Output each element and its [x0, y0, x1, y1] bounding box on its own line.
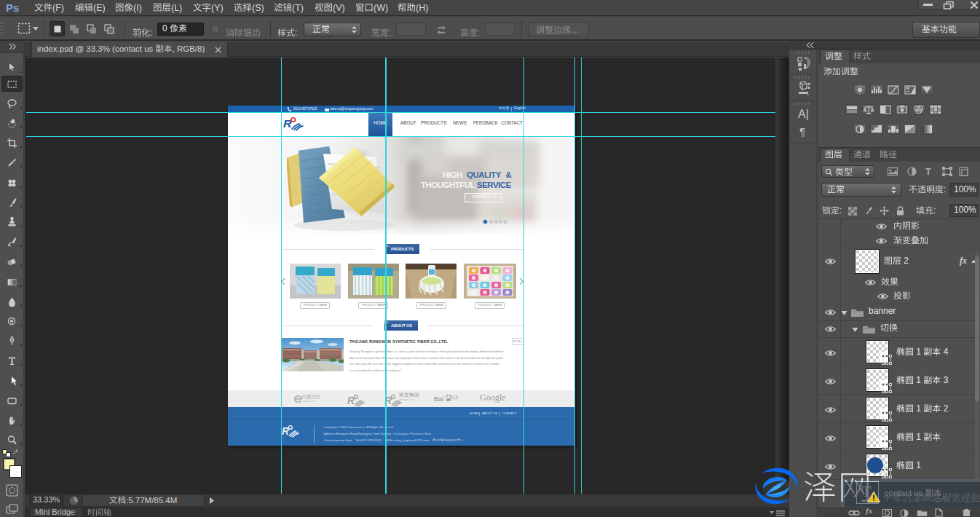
svg-text:PRODUCTS: PRODUCTS — [391, 246, 414, 250]
svg-text:US: US — [406, 323, 412, 327]
svg-text:Taicang: Taicang — [349, 350, 360, 353]
svg-text:Town,Taicang: Town,Taicang — [373, 432, 392, 435]
svg-text:Contact: Contact — [324, 438, 335, 442]
svg-text:developing: developing — [465, 350, 480, 353]
svg-text:NAME: NAME — [377, 303, 386, 307]
svg-text:US: US — [494, 411, 498, 415]
svg-text:3: 3 — [944, 375, 949, 385]
svg-text:(T): (T) — [292, 3, 304, 13]
svg-text:ltd: ltd — [399, 350, 403, 353]
svg-text:are: are — [438, 362, 443, 366]
svg-text:1: 1 — [916, 403, 921, 414]
svg-text:on: on — [453, 362, 457, 366]
svg-text:1: 1 — [916, 460, 921, 470]
svg-text:Alibaba.com.cn: Alibaba.com.cn — [303, 400, 316, 403]
svg-text:(W): (W) — [374, 3, 388, 13]
svg-text:&: & — [505, 170, 511, 179]
svg-text:prod-: prod- — [497, 355, 504, 359]
svg-text:year.We: year.We — [361, 362, 373, 366]
svg-text:PRODUCTS: PRODUCTS — [421, 120, 446, 125]
svg-text:ABOUT: ABOUT — [482, 411, 493, 415]
svg-text:QUALITY: QUALITY — [467, 170, 502, 179]
svg-text::: : — [389, 28, 391, 38]
svg-text:2: 2 — [944, 403, 949, 414]
svg-text:functional: functional — [362, 355, 375, 359]
svg-text:@: @ — [75, 44, 84, 53]
svg-text:(Y): (Y) — [211, 3, 224, 13]
svg-text:ICP: ICP — [435, 438, 440, 442]
svg-text:CONTACT: CONTACT — [502, 411, 517, 415]
svg-text:sara.xu@rongwengroup.com: sara.xu@rongwengroup.com — [330, 107, 373, 111]
svg-text:specialized: specialized — [446, 350, 461, 353]
svg-text:MORE+: MORE+ — [513, 339, 522, 342]
svg-text:fiber: fiber — [387, 350, 394, 353]
svg-text::: : — [933, 205, 936, 216]
svg-text:co.,: co., — [394, 350, 399, 353]
svg-text:0: 0 — [162, 23, 167, 33]
svg-text:Reserved.: Reserved. — [380, 425, 394, 429]
svg-text:100%: 100% — [954, 184, 976, 194]
svg-text:1: 1 — [916, 375, 921, 385]
svg-text:Google: Google — [480, 392, 505, 403]
svg-text::5.77M/85.4M: :5.77M/85.4M — [126, 496, 177, 505]
svg-text:Mini: Mini — [35, 508, 50, 516]
svg-text::: : — [839, 205, 842, 216]
svg-text::: : — [295, 28, 297, 38]
svg-text:ten: ten — [395, 355, 399, 359]
svg-text:(F): (F) — [52, 3, 64, 13]
svg-text:wild-market: wild-market — [374, 368, 390, 371]
svg-text:provided: provided — [465, 355, 476, 359]
svg-text:CONTACT: CONTACT — [501, 120, 523, 125]
svg-text:(E): (E) — [93, 3, 106, 13]
svg-text:MSN:suting_jingzhou@126.com: MSN:suting_jingzhou@126.com — [385, 438, 429, 442]
svg-text:banner: banner — [869, 306, 896, 316]
svg-text:fiber: fiber — [349, 355, 356, 359]
svg-text:index.psd: index.psd — [37, 44, 73, 53]
svg-text:Tel:0512-82707615: Tel:0512-82707615 — [355, 438, 382, 442]
svg-text:wit: wit — [477, 355, 481, 359]
svg-text:service: service — [474, 362, 484, 366]
svg-text:HIGH: HIGH — [443, 170, 462, 179]
svg-text::: : — [150, 28, 152, 38]
svg-text:City,Jiangsu: City,Jiangsu — [392, 432, 409, 435]
svg-text:NAME: NAME — [319, 303, 328, 307]
svg-text:are: are — [373, 362, 378, 366]
svg-text:you!: you! — [395, 368, 401, 371]
svg-text:reality: reality — [462, 362, 470, 366]
svg-text:person:Sara: person:Sara — [336, 438, 352, 442]
svg-text:(S): (S) — [252, 3, 264, 13]
svg-text:RONGWEN: RONGWEN — [369, 339, 391, 344]
svg-text:2006: 2006 — [340, 425, 347, 429]
svg-text:PRODUCT: PRODUCT — [478, 303, 493, 307]
svg-text:the: the — [387, 362, 392, 366]
svg-text:11053013: 11053013 — [443, 438, 457, 442]
svg-text:PRODUCT: PRODUCT — [304, 303, 318, 307]
svg-text:Bai: Bai — [434, 395, 443, 403]
svg-text:the: the — [368, 368, 373, 371]
svg-text:0512-82707625: 0512-82707625 — [293, 107, 317, 111]
svg-text:poly/nylon: poly/nylon — [400, 355, 414, 359]
svg-text::: : — [944, 184, 946, 194]
svg-text:Rights: Rights — [371, 425, 379, 429]
svg-text:33.33%: 33.33% — [33, 495, 60, 504]
svg-text:Rongwen: Rongwen — [400, 398, 408, 401]
svg-text:FIBER: FIBER — [417, 339, 430, 344]
svg-text:SYNTHETIC: SYNTHETIC — [392, 339, 416, 344]
svg-text:per: per — [356, 362, 361, 366]
svg-text:…: … — [571, 25, 580, 35]
svg-text:1: 1 — [916, 347, 921, 357]
svg-text:(V): (V) — [333, 3, 345, 13]
svg-text:Address:Rongwen: Address:Rongwen — [324, 432, 349, 435]
svg-text:Province,China: Province,China — [410, 432, 431, 435]
svg-text:us: us — [144, 44, 153, 53]
svg-text:PRODUCT: PRODUCT — [362, 303, 376, 307]
svg-text:R: R — [282, 426, 289, 437]
svg-text:(I): (I) — [133, 3, 142, 13]
svg-text:4: 4 — [944, 347, 949, 357]
svg-text:micro-fiber.We: micro-fiber.We — [418, 362, 438, 366]
svg-text:our: our — [484, 362, 489, 366]
svg-text:ton: ton — [491, 355, 496, 359]
svg-text:Al: Al — [367, 425, 370, 429]
svg-text:venture: venture — [415, 350, 425, 353]
svg-text:differentiatedthetic: differentiatedthetic — [480, 350, 504, 353]
